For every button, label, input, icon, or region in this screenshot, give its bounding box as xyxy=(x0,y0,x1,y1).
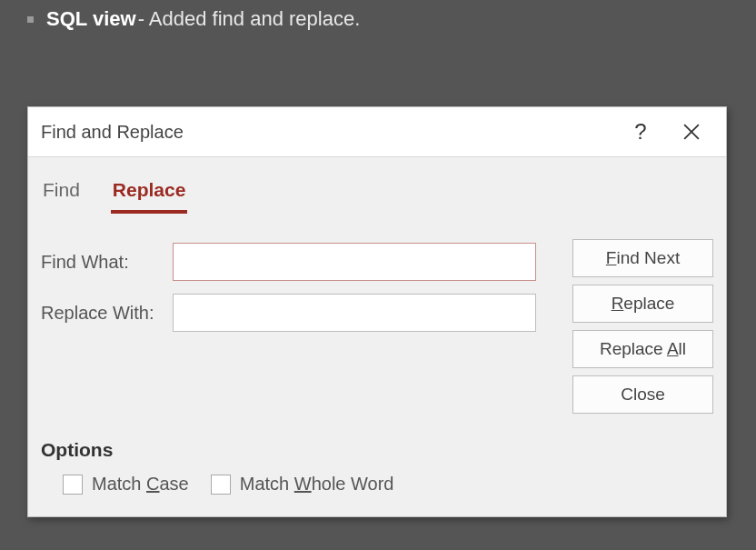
replace-all-button[interactable]: Replace All xyxy=(572,330,713,368)
accel: A xyxy=(667,339,679,358)
find-next-button[interactable]: Find Next xyxy=(572,239,713,277)
checkbox-icon xyxy=(63,475,83,495)
bullet-icon xyxy=(27,16,34,23)
tabs: Find Replace xyxy=(28,157,726,214)
replace-button[interactable]: Replace xyxy=(572,285,713,323)
close-icon xyxy=(683,124,700,140)
options-checks: Match Case Match Whole Word xyxy=(41,474,393,495)
accel: F xyxy=(606,248,617,267)
replace-with-input[interactable] xyxy=(173,294,536,332)
match-case-label: Match Case xyxy=(92,474,189,495)
titlebar: Find and Replace ? xyxy=(28,107,726,157)
find-what-label: Find What: xyxy=(41,252,173,273)
close-button[interactable] xyxy=(666,107,717,157)
tab-replace[interactable]: Replace xyxy=(111,175,188,214)
find-replace-dialog: Find and Replace ? Find Replace Find Wha… xyxy=(27,106,727,517)
page-heading: SQL view - Added find and replace. xyxy=(0,0,756,31)
help-button[interactable]: ? xyxy=(615,107,666,157)
options-heading: Options xyxy=(41,439,393,461)
match-whole-label: Match Whole Word xyxy=(240,474,394,495)
accel: W xyxy=(294,474,312,494)
dialog-title: Find and Replace xyxy=(41,122,615,143)
tab-find[interactable]: Find xyxy=(41,175,82,214)
heading-rest: - Added find and replace. xyxy=(138,7,361,31)
options-section: Options Match Case Match Whole Word xyxy=(41,439,393,495)
match-whole-word-checkbox[interactable]: Match Whole Word xyxy=(211,474,394,495)
find-what-input[interactable] xyxy=(173,243,536,281)
match-case-checkbox[interactable]: Match Case xyxy=(63,474,189,495)
heading-bold: SQL view xyxy=(46,7,136,31)
accel: C xyxy=(146,474,159,494)
replace-with-label: Replace With: xyxy=(41,303,173,324)
checkbox-icon xyxy=(211,475,231,495)
close-dialog-button[interactable]: Close xyxy=(572,375,713,414)
button-column: Find Next Replace Replace All Close xyxy=(572,239,713,414)
accel: R xyxy=(612,294,624,313)
